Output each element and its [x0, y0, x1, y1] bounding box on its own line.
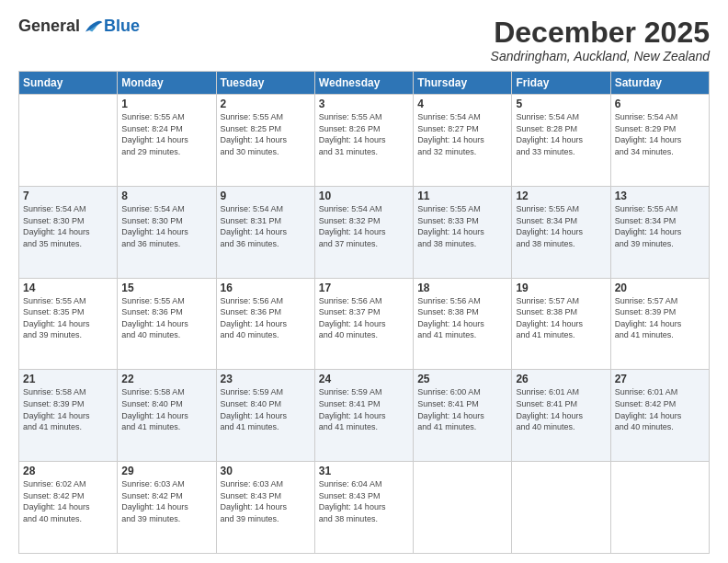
- table-row: 24Sunrise: 5:59 AM Sunset: 8:41 PM Dayli…: [314, 370, 413, 462]
- table-row: [19, 95, 118, 187]
- day-info: Sunrise: 6:00 AM Sunset: 8:41 PM Dayligh…: [417, 386, 507, 432]
- day-info: Sunrise: 5:54 AM Sunset: 8:32 PM Dayligh…: [319, 203, 409, 249]
- table-row: [512, 462, 610, 554]
- table-row: 10Sunrise: 5:54 AM Sunset: 8:32 PM Dayli…: [314, 186, 413, 278]
- table-row: 19Sunrise: 5:57 AM Sunset: 8:38 PM Dayli…: [512, 278, 610, 370]
- table-row: 3Sunrise: 5:55 AM Sunset: 8:26 PM Daylig…: [314, 95, 413, 187]
- day-number: 23: [221, 373, 311, 385]
- day-info: Sunrise: 5:55 AM Sunset: 8:25 PM Dayligh…: [221, 111, 311, 157]
- table-row: 4Sunrise: 5:54 AM Sunset: 8:27 PM Daylig…: [414, 95, 512, 187]
- table-row: 25Sunrise: 6:00 AM Sunset: 8:41 PM Dayli…: [414, 370, 512, 462]
- day-number: 13: [615, 190, 705, 202]
- day-number: 24: [319, 373, 409, 385]
- day-info: Sunrise: 5:54 AM Sunset: 8:31 PM Dayligh…: [221, 203, 311, 249]
- day-info: Sunrise: 6:03 AM Sunset: 8:42 PM Dayligh…: [121, 478, 211, 524]
- day-info: Sunrise: 5:54 AM Sunset: 8:28 PM Dayligh…: [516, 111, 606, 157]
- table-row: 14Sunrise: 5:55 AM Sunset: 8:35 PM Dayli…: [19, 278, 118, 370]
- table-row: 15Sunrise: 5:55 AM Sunset: 8:36 PM Dayli…: [118, 278, 216, 370]
- calendar-week-5: 28Sunrise: 6:02 AM Sunset: 8:42 PM Dayli…: [19, 462, 710, 554]
- table-row: 20Sunrise: 5:57 AM Sunset: 8:39 PM Dayli…: [610, 278, 709, 370]
- day-info: Sunrise: 5:55 AM Sunset: 8:24 PM Dayligh…: [121, 111, 211, 157]
- table-row: 27Sunrise: 6:01 AM Sunset: 8:42 PM Dayli…: [610, 370, 709, 462]
- logo-blue: Blue: [104, 17, 140, 36]
- calendar-week-1: 1Sunrise: 5:55 AM Sunset: 8:24 PM Daylig…: [19, 95, 710, 187]
- logo: General Blue: [18, 17, 140, 36]
- table-row: [414, 462, 512, 554]
- calendar-week-2: 7Sunrise: 5:54 AM Sunset: 8:30 PM Daylig…: [19, 186, 710, 278]
- table-row: 29Sunrise: 6:03 AM Sunset: 8:42 PM Dayli…: [118, 462, 216, 554]
- day-number: 17: [319, 282, 409, 294]
- day-info: Sunrise: 5:56 AM Sunset: 8:38 PM Dayligh…: [417, 295, 507, 341]
- day-number: 21: [23, 373, 113, 385]
- col-monday: Monday: [118, 72, 216, 95]
- day-number: 7: [23, 190, 113, 202]
- logo-general: General: [18, 17, 80, 36]
- day-number: 12: [516, 190, 606, 202]
- table-row: 12Sunrise: 5:55 AM Sunset: 8:34 PM Dayli…: [512, 186, 610, 278]
- day-info: Sunrise: 5:59 AM Sunset: 8:41 PM Dayligh…: [319, 386, 409, 432]
- table-row: 26Sunrise: 6:01 AM Sunset: 8:41 PM Dayli…: [512, 370, 610, 462]
- day-number: 6: [615, 98, 705, 110]
- calendar-week-4: 21Sunrise: 5:58 AM Sunset: 8:39 PM Dayli…: [19, 370, 710, 462]
- table-row: 16Sunrise: 5:56 AM Sunset: 8:36 PM Dayli…: [216, 278, 314, 370]
- day-info: Sunrise: 5:56 AM Sunset: 8:37 PM Dayligh…: [319, 295, 409, 341]
- table-row: 22Sunrise: 5:58 AM Sunset: 8:40 PM Dayli…: [118, 370, 216, 462]
- day-number: 27: [615, 373, 705, 385]
- table-row: 5Sunrise: 5:54 AM Sunset: 8:28 PM Daylig…: [512, 95, 610, 187]
- col-wednesday: Wednesday: [314, 72, 413, 95]
- day-number: 9: [221, 190, 311, 202]
- day-info: Sunrise: 5:57 AM Sunset: 8:39 PM Dayligh…: [615, 295, 705, 341]
- calendar-header-row: Sunday Monday Tuesday Wednesday Thursday…: [19, 72, 710, 95]
- day-info: Sunrise: 5:55 AM Sunset: 8:35 PM Dayligh…: [23, 295, 113, 341]
- logo-bird-icon: [82, 17, 104, 36]
- table-row: 28Sunrise: 6:02 AM Sunset: 8:42 PM Dayli…: [19, 462, 118, 554]
- day-info: Sunrise: 5:55 AM Sunset: 8:34 PM Dayligh…: [516, 203, 606, 249]
- day-number: 16: [221, 282, 311, 294]
- table-row: 2Sunrise: 5:55 AM Sunset: 8:25 PM Daylig…: [216, 95, 314, 187]
- day-info: Sunrise: 5:54 AM Sunset: 8:29 PM Dayligh…: [615, 111, 705, 157]
- table-row: 11Sunrise: 5:55 AM Sunset: 8:33 PM Dayli…: [414, 186, 512, 278]
- day-number: 8: [121, 190, 211, 202]
- day-info: Sunrise: 5:55 AM Sunset: 8:26 PM Dayligh…: [319, 111, 409, 157]
- day-info: Sunrise: 5:54 AM Sunset: 8:27 PM Dayligh…: [417, 111, 507, 157]
- day-info: Sunrise: 5:54 AM Sunset: 8:30 PM Dayligh…: [23, 203, 113, 249]
- day-number: 26: [516, 373, 606, 385]
- table-row: 18Sunrise: 5:56 AM Sunset: 8:38 PM Dayli…: [414, 278, 512, 370]
- day-number: 10: [319, 190, 409, 202]
- col-tuesday: Tuesday: [216, 72, 314, 95]
- day-number: 22: [121, 373, 211, 385]
- day-info: Sunrise: 6:01 AM Sunset: 8:42 PM Dayligh…: [615, 386, 705, 432]
- day-info: Sunrise: 5:58 AM Sunset: 8:39 PM Dayligh…: [23, 386, 113, 432]
- table-row: 31Sunrise: 6:04 AM Sunset: 8:43 PM Dayli…: [314, 462, 413, 554]
- day-info: Sunrise: 6:03 AM Sunset: 8:43 PM Dayligh…: [221, 478, 311, 524]
- day-info: Sunrise: 5:54 AM Sunset: 8:30 PM Dayligh…: [121, 203, 211, 249]
- day-info: Sunrise: 5:55 AM Sunset: 8:33 PM Dayligh…: [417, 203, 507, 249]
- col-saturday: Saturday: [610, 72, 709, 95]
- day-number: 18: [417, 282, 507, 294]
- table-row: 21Sunrise: 5:58 AM Sunset: 8:39 PM Dayli…: [19, 370, 118, 462]
- table-row: 9Sunrise: 5:54 AM Sunset: 8:31 PM Daylig…: [216, 186, 314, 278]
- day-number: 11: [417, 190, 507, 202]
- table-row: 17Sunrise: 5:56 AM Sunset: 8:37 PM Dayli…: [314, 278, 413, 370]
- day-number: 14: [23, 282, 113, 294]
- table-row: 13Sunrise: 5:55 AM Sunset: 8:34 PM Dayli…: [610, 186, 709, 278]
- header: General Blue December 2025 Sandringham, …: [18, 17, 710, 63]
- day-info: Sunrise: 5:55 AM Sunset: 8:36 PM Dayligh…: [121, 295, 211, 341]
- page: General Blue December 2025 Sandringham, …: [0, 0, 728, 563]
- day-number: 30: [221, 465, 311, 477]
- day-number: 19: [516, 282, 606, 294]
- table-row: 1Sunrise: 5:55 AM Sunset: 8:24 PM Daylig…: [118, 95, 216, 187]
- day-info: Sunrise: 5:55 AM Sunset: 8:34 PM Dayligh…: [615, 203, 705, 249]
- table-row: [610, 462, 709, 554]
- col-thursday: Thursday: [414, 72, 512, 95]
- table-row: 7Sunrise: 5:54 AM Sunset: 8:30 PM Daylig…: [19, 186, 118, 278]
- day-number: 1: [121, 98, 211, 110]
- day-number: 29: [121, 465, 211, 477]
- day-info: Sunrise: 6:04 AM Sunset: 8:43 PM Dayligh…: [319, 478, 409, 524]
- table-row: 8Sunrise: 5:54 AM Sunset: 8:30 PM Daylig…: [118, 186, 216, 278]
- day-info: Sunrise: 5:57 AM Sunset: 8:38 PM Dayligh…: [516, 295, 606, 341]
- table-row: 23Sunrise: 5:59 AM Sunset: 8:40 PM Dayli…: [216, 370, 314, 462]
- logo-text: General Blue: [18, 17, 140, 36]
- day-number: 3: [319, 98, 409, 110]
- table-row: 30Sunrise: 6:03 AM Sunset: 8:43 PM Dayli…: [216, 462, 314, 554]
